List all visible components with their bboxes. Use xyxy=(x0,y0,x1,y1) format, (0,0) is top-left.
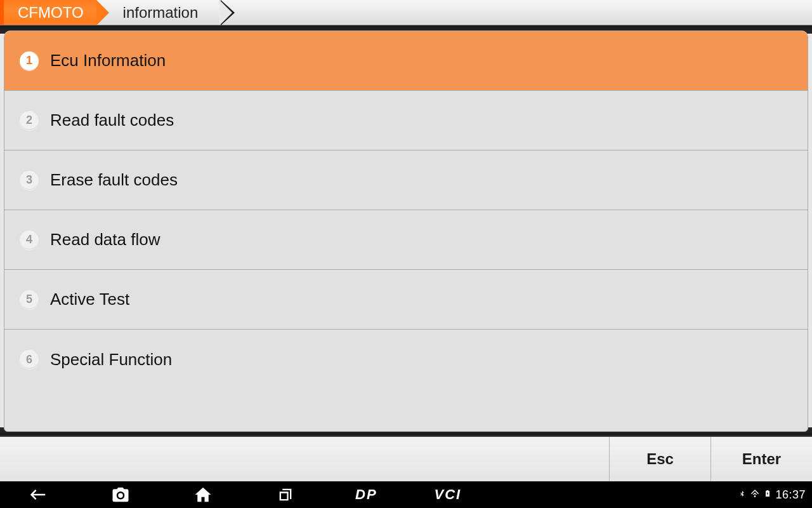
menu-item-active-test[interactable]: 5 Active Test xyxy=(4,270,808,330)
battery-charging-icon xyxy=(764,488,771,502)
esc-button[interactable]: Esc xyxy=(609,437,710,481)
dp-logo[interactable]: DP xyxy=(355,486,377,503)
menu-item-erase-fault-codes[interactable]: 3 Erase fault codes xyxy=(4,150,808,210)
breadcrumb-root[interactable]: CFMOTO xyxy=(0,0,96,25)
menu-item-read-data-flow[interactable]: 4 Read data flow xyxy=(4,210,808,270)
breadcrumb-current[interactable]: information xyxy=(96,0,220,25)
sys-nav-left: DP VCI xyxy=(25,482,461,507)
chevron-right-icon xyxy=(219,0,232,25)
menu-item-number: 5 xyxy=(20,290,39,309)
menu-item-number: 6 xyxy=(20,350,39,369)
menu-item-label: Special Function xyxy=(50,350,172,370)
menu-item-number: 2 xyxy=(20,111,39,130)
back-icon[interactable] xyxy=(25,482,51,507)
menu-item-number: 1 xyxy=(20,51,39,70)
enter-button[interactable]: Enter xyxy=(710,437,812,481)
main-panel-wrap: 1 Ecu Information 2 Read fault codes 3 E… xyxy=(0,25,812,436)
action-bar: Esc Enter xyxy=(0,436,812,481)
menu-item-label: Ecu Information xyxy=(50,51,166,70)
menu-item-label: Read data flow xyxy=(50,230,160,250)
menu-item-label: Erase fault codes xyxy=(50,170,178,190)
bluetooth-icon xyxy=(738,490,746,500)
menu-item-ecu-information[interactable]: 1 Ecu Information xyxy=(4,31,808,91)
system-nav-bar: DP VCI 16:37 xyxy=(0,481,812,508)
menu-item-number: 4 xyxy=(20,231,39,250)
menu-item-read-fault-codes[interactable]: 2 Read fault codes xyxy=(4,91,808,150)
esc-button-label: Esc xyxy=(646,450,674,468)
menu-item-label: Read fault codes xyxy=(50,110,174,130)
menu-list: 1 Ecu Information 2 Read fault codes 3 E… xyxy=(4,30,808,432)
menu-item-special-function[interactable]: 6 Special Function xyxy=(4,330,808,389)
menu-item-label: Active Test xyxy=(50,290,129,309)
breadcrumb-root-label: CFMOTO xyxy=(18,4,84,22)
vci-logo[interactable]: VCI xyxy=(435,486,462,503)
menu-item-number: 3 xyxy=(20,171,39,190)
breadcrumb: CFMOTO information xyxy=(0,0,812,25)
sys-status-right: 16:37 xyxy=(738,488,806,502)
camera-icon[interactable] xyxy=(108,482,133,507)
breadcrumb-current-label: information xyxy=(123,4,199,22)
home-icon[interactable] xyxy=(190,482,216,507)
enter-button-label: Enter xyxy=(742,450,781,468)
recent-apps-icon[interactable] xyxy=(273,482,298,507)
status-time: 16:37 xyxy=(775,488,806,502)
wifi-icon xyxy=(750,488,760,502)
